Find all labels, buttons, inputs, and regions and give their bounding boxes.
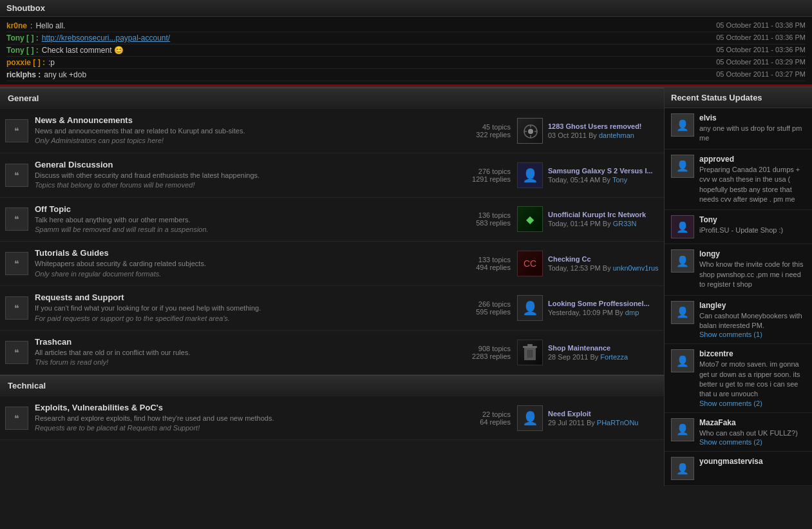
forum-stats-news: 45 topics 322 replies — [446, 123, 511, 139]
status-text-1: Preparing Canada 201 dumps + cvv w cash … — [699, 165, 806, 205]
last-info-requests: Looking Some Proffessionel... Yesterday,… — [548, 300, 650, 316]
last-info-general: Samsung Galaxy S 2 Versus I... Today, 05… — [548, 167, 653, 184]
status-content-2: Tony iProfit.SU - Update Shop :) — [699, 215, 806, 238]
forum-title-tutorials: Tutorials & Guides — [35, 248, 440, 258]
category-offtopic[interactable]: ❝ Off Topic Talk here about anything wit… — [0, 198, 664, 242]
category-exploits[interactable]: ❝ Exploits, Vulnerabilities & PoC's Rese… — [0, 396, 664, 441]
forum-desc-news: News and announcements that are related … — [35, 126, 440, 146]
status-avatar-4: 👤 — [671, 301, 694, 324]
category-tutorials[interactable]: ❝ Tutorials & Guides Whitepapers about s… — [0, 242, 664, 286]
forum-last-requests: 👤 Looking Some Proffessionel... Yesterda… — [517, 295, 659, 321]
quote-icon-requests: ❝ — [5, 296, 28, 320]
svg-rect-8 — [527, 344, 533, 346]
status-text-6: Who can cash out UK FULLZ?) — [699, 428, 806, 438]
forum-info-exploits: Exploits, Vulnerabilities & PoC's Resear… — [35, 403, 440, 434]
quote-icon-news: ❝ — [5, 119, 28, 142]
shoutbox-link[interactable]: http://krebsonsecuri...paypal-account/ — [42, 34, 170, 43]
status-item-4: 👤 langley Can cashout Moneybookers with … — [665, 296, 812, 345]
last-by-trashcan: 28 Sep 2011 By Fortezza — [548, 353, 628, 361]
shoutbox-title: Shoutbox — [0, 0, 812, 17]
forum-title-news: News & Announcements — [35, 115, 440, 125]
category-news[interactable]: ❝ News & Announcements News and announce… — [0, 109, 664, 153]
status-user-3: longy — [699, 249, 806, 258]
status-content-1: approved Preparing Canada 201 dumps + cv… — [699, 155, 806, 205]
forum-info-general: General Discussion Discuss with other se… — [35, 160, 440, 191]
status-content-7: youngmastervisa — [699, 457, 806, 480]
status-user-1: approved — [699, 155, 806, 164]
last-user-requests[interactable]: dmp — [625, 309, 639, 316]
shoutbox-message-5: ricklphs : any uk +dob 05 October 2011 -… — [6, 69, 806, 81]
shoutbox-time: 05 October 2011 - 03:29 PM — [716, 58, 806, 67]
status-content-6: MazaFaka Who can cash out UK FULLZ?) Sho… — [699, 418, 806, 446]
category-requests[interactable]: ❝ Requests and Support If you can't find… — [0, 286, 664, 331]
last-avatar-tutorials: CC — [517, 251, 543, 276]
category-general[interactable]: ❝ General Discussion Discuss with other … — [0, 153, 664, 198]
last-info-trashcan: Shop Maintenance 28 Sep 2011 By Fortezza — [548, 344, 628, 361]
last-info-news: 1283 Ghost Users removed! 03 Oct 2011 By… — [548, 122, 642, 139]
status-text-4: Can cashout Moneybookers with balan inte… — [699, 311, 806, 331]
section-header-general: General — [0, 88, 664, 109]
last-info-tutorials: Checking Cc Today, 12:53 PM By unkn0wnv1… — [548, 255, 659, 272]
forum-title-exploits: Exploits, Vulnerabilities & PoC's — [35, 403, 440, 412]
status-text-2: iProfit.SU - Update Shop :) — [699, 226, 806, 235]
status-item-6: 👤 MazaFaka Who can cash out UK FULLZ?) S… — [665, 413, 812, 452]
forum-title-requests: Requests and Support — [35, 293, 440, 302]
sidebar-title: Recent Status Updates — [665, 88, 812, 108]
shoutbox-messages: kr0ne : Hello all. 05 October 2011 - 03:… — [0, 17, 812, 86]
status-content-3: longy Who know the invite code for this … — [699, 249, 806, 289]
forum-desc-requests: If you can't find what your looking for … — [35, 303, 440, 323]
status-content-0: elvis any one with us drop for stuff pm … — [699, 113, 806, 144]
shoutbox-message-4: poxxie [ ] : :p 05 October 2011 - 03:29 … — [6, 57, 806, 69]
last-avatar-news — [517, 118, 543, 144]
last-avatar-offtopic: ◆ — [517, 206, 543, 232]
shoutbox-time: 05 October 2011 - 03:27 PM — [716, 70, 806, 79]
forum-stats-general: 276 topics 1291 replies — [446, 168, 511, 183]
last-by-exploits: 29 Jul 2011 By PHaRTnONu — [548, 419, 638, 427]
last-avatar-general: 👤 — [517, 162, 543, 188]
forum-stats-tutorials: 133 topics 494 replies — [446, 256, 511, 271]
status-avatar-7: 👤 — [671, 457, 694, 480]
shoutbox-user: Tony [ ] : — [6, 46, 39, 55]
last-by-requests: Yesterday, 10:09 PM By dmp — [548, 309, 650, 316]
forum-last-exploits: 👤 Need Exploit 29 Jul 2011 By PHaRTnONu — [517, 405, 659, 431]
category-trashcan[interactable]: ❝ Trashcan All articles that are old or … — [0, 331, 664, 375]
status-item-3: 👤 longy Who know the invite code for thi… — [665, 244, 812, 295]
sidebar: Recent Status Updates 👤 elvis any one wi… — [664, 88, 812, 486]
shoutbox-time: 05 October 2011 - 03:38 PM — [716, 21, 806, 30]
shoutbox-message-1: kr0ne : Hello all. 05 October 2011 - 03:… — [6, 20, 806, 32]
forum-title-trashcan: Trashcan — [35, 337, 440, 347]
last-avatar-exploits: 👤 — [517, 405, 543, 431]
status-content-5: bizcentre Moto7 or moto saven. im gonna … — [699, 349, 806, 407]
forum-title-offtopic: Off Topic — [35, 204, 440, 214]
last-user-exploits[interactable]: PHaRTnONu — [597, 419, 639, 427]
last-user-general[interactable]: Tony — [612, 176, 627, 184]
shoutbox-user: Tony [ ] : — [6, 34, 39, 43]
last-user-tutorials[interactable]: unkn0wnv1rus — [613, 264, 659, 272]
last-user-offtopic[interactable]: GR33N — [613, 220, 637, 227]
quote-icon-general: ❝ — [5, 164, 28, 187]
shoutbox-user: poxxie [ ] : — [6, 58, 45, 67]
last-user-news[interactable]: dantehman — [599, 131, 634, 139]
shoutbox-text: any uk +dob — [44, 70, 86, 79]
show-comments-4[interactable]: Show comments (1) — [699, 331, 806, 338]
status-avatar-6: 👤 — [671, 418, 694, 441]
section-header-technical: Technical — [0, 375, 664, 396]
forum-stats-exploits: 22 topics 64 replies — [446, 410, 511, 426]
forum-last-tutorials: CC Checking Cc Today, 12:53 PM By unkn0w… — [517, 251, 659, 276]
status-item-2: 👤 Tony iProfit.SU - Update Shop :) — [665, 210, 812, 244]
quote-icon-offtopic: ❝ — [5, 207, 28, 231]
forum-info-news: News & Announcements News and announceme… — [35, 115, 440, 146]
last-user-trashcan[interactable]: Fortezza — [600, 353, 628, 361]
show-comments-5[interactable]: Show comments (2) — [699, 399, 806, 407]
forum-last-general: 👤 Samsung Galaxy S 2 Versus I... Today, … — [517, 162, 659, 188]
forum-info-tutorials: Tutorials & Guides Whitepapers about sec… — [35, 248, 440, 279]
svg-rect-7 — [523, 346, 537, 348]
show-comments-6[interactable]: Show comments (2) — [699, 438, 806, 446]
main-container: General ❝ News & Announcements News and … — [0, 88, 812, 486]
shoutbox-text: :p — [48, 58, 55, 67]
status-user-5: bizcentre — [699, 349, 806, 358]
shoutbox-user: kr0ne — [6, 21, 27, 30]
forum-title-general: General Discussion — [35, 160, 440, 169]
status-avatar-3: 👤 — [671, 249, 694, 273]
forum-last-trashcan: Shop Maintenance 28 Sep 2011 By Fortezza — [517, 340, 659, 365]
